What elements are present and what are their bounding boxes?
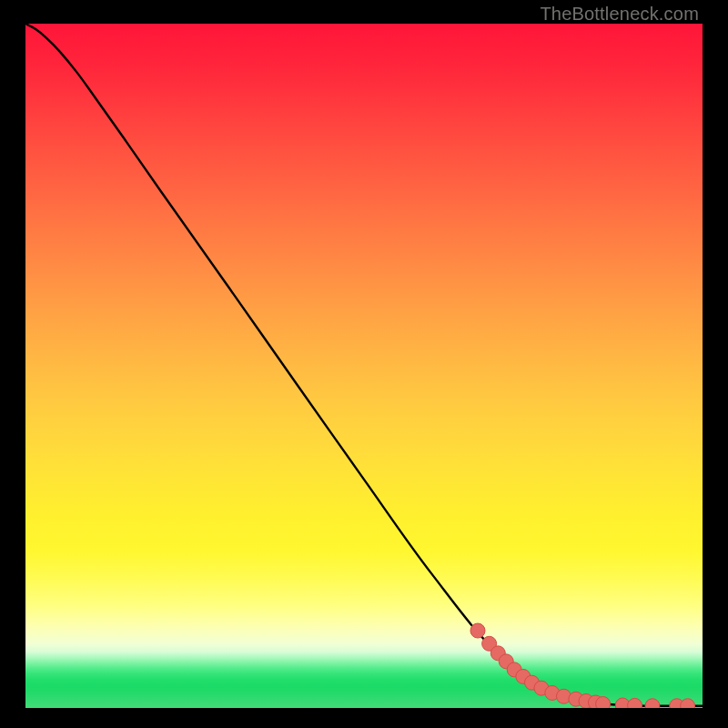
data-marker [628, 698, 642, 708]
data-marker [596, 696, 611, 708]
data-marker [470, 623, 485, 638]
chart-plot [25, 24, 703, 708]
data-marker [681, 699, 695, 708]
data-marker [645, 699, 660, 708]
attribution-text: TheBottleneck.com [540, 4, 699, 25]
chart-frame [25, 24, 703, 708]
curve-line [25, 24, 703, 706]
markers-group [470, 623, 695, 708]
